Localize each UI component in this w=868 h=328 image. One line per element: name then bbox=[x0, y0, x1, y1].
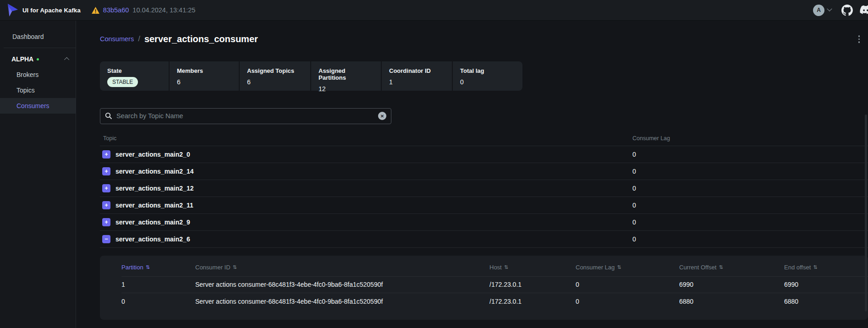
column-header-consumer-id[interactable]: Consumer ID ⇅ bbox=[195, 264, 489, 271]
discord-icon[interactable] bbox=[859, 5, 868, 15]
breadcrumb-separator: / bbox=[138, 34, 140, 44]
sort-icon: ⇅ bbox=[504, 264, 508, 270]
column-label: Current Offset bbox=[679, 264, 716, 271]
topics-table-header: Topic Consumer Lag bbox=[100, 131, 868, 146]
topic-name: server_actions_main2_11 bbox=[115, 202, 193, 209]
metrics-strip: State STABLE Members 6 Assigned Topics 6… bbox=[100, 61, 868, 91]
collapse-minus-icon[interactable]: − bbox=[102, 235, 110, 243]
column-header-consumer-lag: Consumer Lag bbox=[632, 135, 868, 142]
metric-value: 6 bbox=[247, 78, 303, 86]
topic-name: server_actions_main2_0 bbox=[115, 151, 190, 158]
github-icon[interactable] bbox=[841, 5, 853, 16]
metric-label: Assigned Partitions bbox=[319, 67, 374, 81]
sort-icon: ⇅ bbox=[719, 264, 723, 270]
metric-label: Assigned Topics bbox=[247, 67, 303, 74]
consumer-lag-value: 0 bbox=[632, 235, 868, 243]
breadcrumb-consumers-link[interactable]: Consumers bbox=[100, 35, 134, 43]
kafka-ui-logo-icon bbox=[6, 3, 18, 17]
expand-plus-icon[interactable]: + bbox=[102, 150, 110, 159]
sidebar-item-label: Dashboard bbox=[12, 33, 44, 40]
sidebar-item-consumers[interactable]: Consumers bbox=[0, 98, 76, 114]
column-header-current-offset[interactable]: Current Offset ⇅ bbox=[679, 264, 784, 271]
consumer-id-value: Server actions consumer-68c481f3-4ebe-4f… bbox=[195, 281, 489, 288]
host-value: /172.23.0.1 bbox=[489, 298, 576, 305]
metric-state: State STABLE bbox=[100, 61, 169, 91]
page-title: server_actions_consumer bbox=[144, 34, 258, 44]
table-row-expanded[interactable]: − server_actions_main2_6 0 bbox=[100, 231, 868, 248]
partition-row: 0 Server actions consumer-68c481f3-4ebe-… bbox=[121, 293, 868, 310]
search-input[interactable] bbox=[116, 112, 378, 120]
search-icon bbox=[105, 112, 112, 120]
avatar[interactable]: A bbox=[813, 5, 824, 16]
expand-plus-icon[interactable]: + bbox=[102, 167, 110, 175]
consumer-lag-value: 0 bbox=[632, 202, 868, 209]
sidebar-cluster-alpha[interactable]: ALPHA bbox=[0, 51, 76, 67]
status-badge: STABLE bbox=[107, 77, 138, 87]
metric-value: 12 bbox=[319, 85, 374, 93]
column-label: Host bbox=[489, 264, 502, 271]
sidebar-item-topics[interactable]: Topics bbox=[0, 82, 76, 98]
host-value: /172.23.0.1 bbox=[489, 281, 576, 288]
current-offset-value: 6990 bbox=[679, 281, 784, 288]
warning-icon bbox=[92, 7, 99, 14]
column-header-end-offset[interactable]: End offset ⇅ bbox=[784, 264, 868, 271]
expand-plus-icon[interactable]: + bbox=[102, 184, 110, 192]
end-offset-value: 6880 bbox=[784, 298, 868, 305]
kebab-menu-icon[interactable] bbox=[855, 33, 864, 46]
top-bar: UI for Apache Kafka 83b5a60 10.04.2024, … bbox=[0, 0, 868, 21]
metric-total-lag: Total lag 0 bbox=[453, 61, 522, 91]
column-header-consumer-lag[interactable]: Consumer Lag ⇅ bbox=[576, 264, 679, 271]
build-timestamp: 10.04.2024, 13:41:25 bbox=[132, 6, 195, 14]
page-header: Consumers / server_actions_consumer bbox=[76, 21, 868, 46]
sidebar-item-label: Consumers bbox=[16, 102, 49, 109]
table-row[interactable]: + server_actions_main2_12 0 bbox=[100, 180, 868, 197]
topics-table: Topic Consumer Lag + server_actions_main… bbox=[100, 131, 868, 248]
search-box: ✕ bbox=[100, 108, 391, 124]
metric-value: 1 bbox=[389, 78, 445, 86]
user-menu[interactable]: A bbox=[813, 5, 831, 16]
end-offset-value: 6990 bbox=[784, 281, 868, 288]
commit-link[interactable]: 83b5a60 bbox=[103, 6, 129, 14]
partition-value: 0 bbox=[121, 298, 195, 305]
chevron-up-icon bbox=[64, 57, 69, 62]
metric-label: Total lag bbox=[460, 67, 515, 74]
column-header-topic: Topic bbox=[100, 135, 632, 142]
metric-label: Coordinator ID bbox=[389, 67, 445, 74]
scrollbar[interactable] bbox=[865, 115, 867, 312]
sidebar-item-dashboard[interactable]: Dashboard bbox=[0, 29, 76, 44]
sidebar-item-brokers[interactable]: Brokers bbox=[0, 67, 76, 82]
partition-detail-panel: Partition ⇅ Consumer ID ⇅ Host ⇅ Consume… bbox=[100, 256, 868, 320]
consumer-lag-value: 0 bbox=[632, 219, 868, 226]
topic-name: server_actions_main2_12 bbox=[115, 185, 193, 192]
sidebar: Dashboard ALPHA Brokers Topics Consumers bbox=[0, 21, 76, 328]
metric-members: Members 6 bbox=[170, 61, 239, 91]
sidebar-item-label: Brokers bbox=[16, 71, 38, 78]
sidebar-divider bbox=[4, 48, 76, 48]
consumer-lag-value: 0 bbox=[632, 185, 868, 192]
clear-search-icon[interactable]: ✕ bbox=[378, 112, 386, 120]
table-row[interactable]: + server_actions_main2_14 0 bbox=[100, 163, 868, 180]
expand-plus-icon[interactable]: + bbox=[102, 201, 110, 209]
sidebar-item-label: Topics bbox=[16, 87, 35, 94]
column-label: Partition bbox=[121, 264, 143, 271]
consumer-id-value: Server actions consumer-68c481f3-4ebe-4f… bbox=[195, 298, 489, 305]
topic-name: server_actions_main2_14 bbox=[115, 168, 193, 175]
topic-name: server_actions_main2_6 bbox=[115, 235, 190, 243]
metric-value: 6 bbox=[177, 78, 231, 86]
sort-icon: ⇅ bbox=[146, 264, 150, 270]
column-header-partition[interactable]: Partition ⇅ bbox=[121, 264, 195, 271]
table-row[interactable]: + server_actions_main2_11 0 bbox=[100, 197, 868, 214]
chevron-down-icon bbox=[827, 6, 832, 11]
metric-label: State bbox=[107, 67, 161, 74]
consumer-lag-value: 0 bbox=[576, 281, 679, 288]
column-label: Consumer Lag bbox=[576, 264, 615, 271]
column-header-host[interactable]: Host ⇅ bbox=[489, 264, 576, 271]
table-row[interactable]: + server_actions_main2_0 0 bbox=[100, 146, 868, 163]
expand-plus-icon[interactable]: + bbox=[102, 218, 110, 226]
metric-assigned-topics: Assigned Topics 6 bbox=[240, 61, 310, 91]
current-offset-value: 6880 bbox=[679, 298, 784, 305]
table-row[interactable]: + server_actions_main2_9 0 bbox=[100, 214, 868, 231]
partition-row: 1 Server actions consumer-68c481f3-4ebe-… bbox=[121, 277, 868, 293]
detail-table-header: Partition ⇅ Consumer ID ⇅ Host ⇅ Consume… bbox=[121, 258, 868, 277]
metric-assigned-partitions: Assigned Partitions 12 bbox=[311, 61, 381, 91]
